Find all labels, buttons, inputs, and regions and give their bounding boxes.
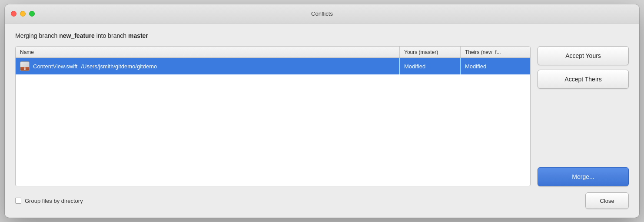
column-header-name: Name <box>16 47 400 57</box>
group-by-directory-label: Group files by directory <box>25 198 83 204</box>
action-buttons: Accept Yours Accept Theirs Merge... <box>538 46 629 186</box>
file-path: /Users/jsmith/gitdemo/gitdemo <box>81 63 157 70</box>
cell-yours-status: Modified <box>400 58 461 74</box>
file-name: ContentView.swift <box>33 63 77 70</box>
file-icon <box>20 61 30 71</box>
column-header-theirs: Theirs (new_f... <box>461 47 530 57</box>
traffic-lights <box>11 11 35 17</box>
window-title: Conflicts <box>311 10 333 17</box>
description-prefix: Merging branch <box>15 32 59 39</box>
column-header-yours: Yours (master) <box>400 47 461 57</box>
description-middle: into branch <box>95 32 128 39</box>
conflicts-window: Conflicts Merging branch new_feature int… <box>5 4 639 218</box>
main-area: Name Yours (master) Theirs (new_f... Con… <box>15 46 629 186</box>
close-window-button[interactable] <box>11 11 17 17</box>
group-by-directory-checkbox[interactable] <box>15 198 21 204</box>
cell-theirs-status: Modified <box>461 58 530 74</box>
table-header: Name Yours (master) Theirs (new_f... <box>16 47 530 58</box>
minimize-window-button[interactable] <box>20 11 26 17</box>
accept-theirs-button[interactable]: Accept Theirs <box>538 70 629 89</box>
merge-description: Merging branch new_feature into branch m… <box>15 32 629 39</box>
merge-button[interactable]: Merge... <box>538 167 629 186</box>
cell-filename: ContentView.swift /Users/jsmith/gitdemo/… <box>16 58 400 74</box>
source-branch: new_feature <box>59 32 95 39</box>
target-branch: master <box>128 32 148 39</box>
conflicts-table: Name Yours (master) Theirs (new_f... Con… <box>15 46 531 186</box>
titlebar: Conflicts <box>5 4 639 24</box>
table-row[interactable]: ContentView.swift /Users/jsmith/gitdemo/… <box>16 58 530 74</box>
group-by-directory-option: Group files by directory <box>15 198 83 204</box>
close-button[interactable]: Close <box>585 192 629 209</box>
bottom-area: Group files by directory Close <box>15 192 629 209</box>
maximize-window-button[interactable] <box>29 11 35 17</box>
accept-yours-button[interactable]: Accept Yours <box>538 46 629 65</box>
table-body: ContentView.swift /Users/jsmith/gitdemo/… <box>16 58 530 186</box>
button-spacer <box>538 93 629 163</box>
window-content: Merging branch new_feature into branch m… <box>5 24 639 218</box>
